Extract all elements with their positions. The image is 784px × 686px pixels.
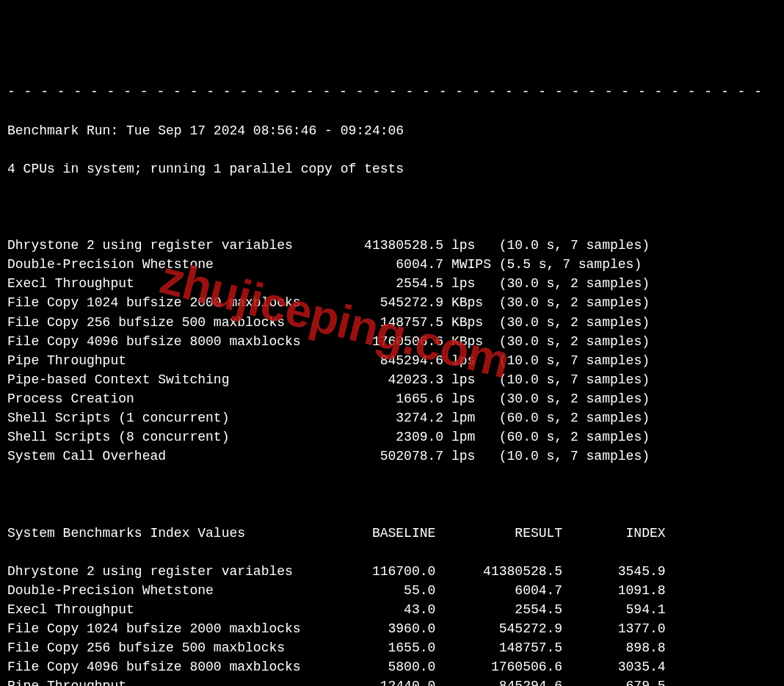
result-name: Shell Scripts (8 concurrent) [7, 430, 308, 444]
result-timing: (30.0 s, 2 samples) [499, 276, 650, 291]
index-index: 1091.8 [562, 583, 665, 598]
result-name: Shell Scripts (1 concurrent) [7, 411, 308, 425]
index-baseline: 5800.0 [333, 660, 435, 674]
result-name: File Copy 1024 bufsize 2000 maxblocks [7, 295, 308, 310]
result-row: System Call Overhead 502078.7 lps (10.0 … [7, 447, 777, 466]
result-row: File Copy 1024 bufsize 2000 maxblocks 54… [7, 293, 777, 312]
result-value: 6004.7 [308, 257, 443, 272]
index-row: File Copy 4096 bufsize 8000 maxblocks 58… [7, 657, 777, 676]
divider-rule: - - - - - - - - - - - - - - - - - - - - … [7, 82, 777, 101]
index-index: 1377.0 [562, 621, 665, 636]
index-row: Double-Precision Whetstone 55.0 6004.7 1… [7, 581, 777, 600]
index-baseline: 116700.0 [333, 564, 435, 579]
index-baseline: 3960.0 [333, 621, 435, 636]
result-row: Execl Throughput 2554.5 lps (30.0 s, 2 s… [7, 274, 777, 293]
result-row: Pipe Throughput 845294.6 lps (10.0 s, 7 … [7, 351, 777, 370]
index-result: 845294.6 [435, 679, 562, 686]
result-timing: (10.0 s, 7 samples) [499, 372, 650, 387]
result-timing: (60.0 s, 2 samples) [499, 430, 650, 444]
result-row: File Copy 4096 bufsize 8000 maxblocks 17… [7, 332, 777, 351]
result-value: 845294.6 [308, 353, 443, 368]
result-unit: lpm [451, 411, 491, 425]
col-result: RESULT [435, 526, 562, 541]
result-name: Pipe Throughput [7, 353, 308, 368]
cpu-info-line: 4 CPUs in system; running 1 parallel cop… [7, 159, 777, 178]
index-row: Dhrystone 2 using register variables 116… [7, 562, 777, 581]
result-value: 1760506.6 [308, 334, 443, 349]
col-index: INDEX [562, 526, 665, 541]
result-row: Double-Precision Whetstone 6004.7 MWIPS … [7, 255, 777, 274]
index-baseline: 12440.0 [333, 679, 435, 686]
index-name: Execl Throughput [7, 602, 333, 617]
index-row: Pipe Throughput 12440.0 845294.6 679.5 [7, 676, 777, 686]
result-timing: (5.5 s, 7 samples) [499, 257, 642, 272]
index-name: File Copy 256 bufsize 500 maxblocks [7, 640, 333, 655]
result-row: Dhrystone 2 using register variables 413… [7, 236, 777, 255]
index-name: File Copy 4096 bufsize 8000 maxblocks [7, 660, 333, 674]
index-index: 3545.9 [562, 564, 665, 579]
result-name: Process Creation [7, 391, 308, 406]
result-value: 3274.2 [308, 411, 443, 425]
result-timing: (60.0 s, 2 samples) [499, 411, 650, 425]
result-row: Pipe-based Context Switching 42023.3 lps… [7, 370, 777, 389]
result-value: 545272.9 [308, 295, 443, 310]
result-name: File Copy 4096 bufsize 8000 maxblocks [7, 334, 308, 349]
result-unit: KBps [451, 295, 491, 310]
result-unit: lps [451, 353, 491, 368]
result-name: Dhrystone 2 using register variables [7, 238, 308, 253]
result-unit: lps [451, 276, 491, 291]
index-index: 594.1 [562, 602, 665, 617]
result-unit: lps [451, 449, 491, 463]
result-unit: lps [451, 372, 491, 387]
result-timing: (30.0 s, 2 samples) [499, 315, 650, 330]
index-name: Double-Precision Whetstone [7, 583, 333, 598]
result-timing: (30.0 s, 2 samples) [499, 391, 650, 406]
result-timing: (30.0 s, 2 samples) [499, 295, 650, 310]
index-baseline: 1655.0 [333, 640, 435, 655]
result-name: Pipe-based Context Switching [7, 372, 308, 387]
index-baseline: 43.0 [333, 602, 435, 617]
result-value: 502078.7 [308, 449, 443, 463]
index-index: 898.8 [562, 640, 665, 655]
result-timing: (10.0 s, 7 samples) [499, 353, 650, 368]
index-row: Execl Throughput 43.0 2554.5 594.1 [7, 600, 777, 619]
result-value: 148757.5 [308, 315, 443, 330]
blank-line [7, 198, 777, 217]
result-row: Process Creation 1665.6 lps (30.0 s, 2 s… [7, 389, 777, 408]
result-value: 2554.5 [308, 276, 443, 291]
result-unit: lpm [451, 430, 491, 444]
index-block: Dhrystone 2 using register variables 116… [7, 562, 777, 686]
index-row: File Copy 256 bufsize 500 maxblocks 1655… [7, 638, 777, 657]
result-value: 1665.6 [308, 391, 443, 406]
index-name: Dhrystone 2 using register variables [7, 564, 333, 579]
index-index: 3035.4 [562, 660, 665, 674]
index-header-line: System Benchmarks Index Values BASELINE … [7, 524, 777, 543]
index-result: 1760506.6 [435, 660, 562, 674]
col-baseline: BASELINE [333, 526, 435, 541]
result-unit: KBps [451, 315, 491, 330]
result-unit: MWIPS [451, 257, 491, 272]
index-result: 545272.9 [435, 621, 562, 636]
result-name: System Call Overhead [7, 449, 308, 463]
blank-line [7, 485, 777, 504]
result-row: Shell Scripts (8 concurrent) 2309.0 lpm … [7, 427, 777, 447]
result-row: File Copy 256 bufsize 500 maxblocks 1487… [7, 313, 777, 332]
result-timing: (10.0 s, 7 samples) [499, 238, 650, 253]
result-name: Double-Precision Whetstone [7, 257, 308, 272]
index-index: 679.5 [562, 679, 665, 686]
result-unit: KBps [451, 334, 491, 349]
result-unit: lps [451, 391, 491, 406]
result-value: 41380528.5 [308, 238, 443, 253]
results-block: Dhrystone 2 using register variables 413… [7, 236, 777, 466]
result-unit: lps [451, 238, 491, 253]
index-row: File Copy 1024 bufsize 2000 maxblocks 39… [7, 619, 777, 638]
index-name: File Copy 1024 bufsize 2000 maxblocks [7, 621, 333, 636]
index-result: 148757.5 [435, 640, 562, 655]
benchmark-run-line: Benchmark Run: Tue Sep 17 2024 08:56:46 … [7, 121, 777, 140]
result-row: Shell Scripts (1 concurrent) 3274.2 lpm … [7, 408, 777, 427]
index-title: System Benchmarks Index Values [7, 526, 333, 541]
result-value: 42023.3 [308, 372, 443, 387]
result-value: 2309.0 [308, 430, 443, 444]
index-result: 41380528.5 [435, 564, 562, 579]
result-name: Execl Throughput [7, 276, 308, 291]
